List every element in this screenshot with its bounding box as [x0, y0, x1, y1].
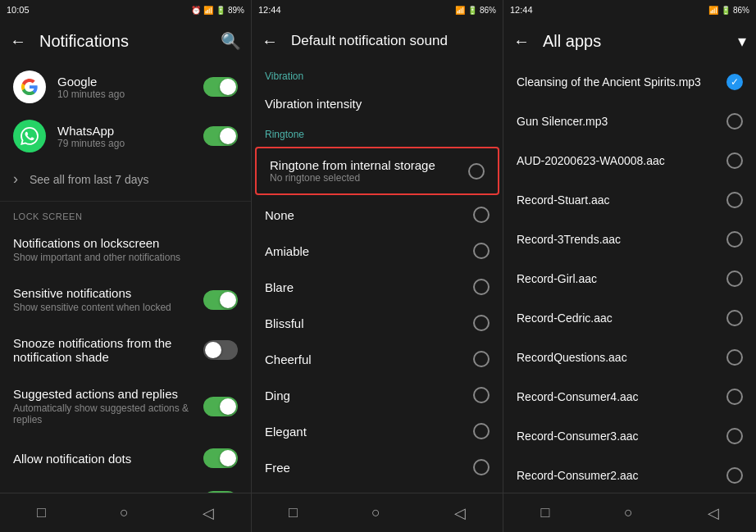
nav-triangle-mid[interactable]: ◁ — [435, 498, 485, 529]
all-apps-list: Cleansing of the Ancient Spirits.mp3 Gun… — [503, 62, 756, 493]
see-all-label: See all from last 7 days — [30, 173, 149, 186]
back-button-mid[interactable]: ← — [262, 32, 278, 51]
right-panel: 12:44 📶 🔋 86% ← All apps ▾ Cleansing of … — [503, 0, 756, 532]
back-button-left[interactable]: ← — [10, 32, 26, 51]
setting-blink-light[interactable]: Blink light — [0, 480, 251, 493]
ringtone-gallop[interactable]: Gallop — [252, 485, 503, 493]
radio-app-8[interactable] — [726, 389, 743, 405]
top-bar-left: ← Notifications 🔍 — [0, 20, 251, 62]
ringtone-none[interactable]: None — [252, 197, 503, 233]
ringtone-blissful[interactable]: Blissful — [252, 305, 503, 341]
status-icons-right: 📶 🔋 86% — [708, 6, 749, 15]
radio-app-10[interactable] — [726, 467, 743, 484]
toggle-blink-light[interactable] — [203, 491, 238, 493]
whatsapp-icon — [13, 120, 46, 152]
battery-icon-left: ⏰ — [191, 6, 201, 15]
status-bar-mid: 12:44 📶 🔋 86% — [252, 0, 503, 20]
radio-app-0[interactable] — [726, 74, 743, 90]
status-icons-mid: 📶 🔋 86% — [455, 6, 496, 15]
radio-elegant[interactable] — [473, 423, 490, 439]
app-row-10[interactable]: Record-Consumer2.aac — [503, 456, 756, 493]
ringtone-amiable[interactable]: Amiable — [252, 233, 503, 269]
nav-circle-left[interactable]: ○ — [100, 498, 148, 528]
ringtone-ding[interactable]: Ding — [252, 377, 503, 413]
radio-app-7[interactable] — [726, 349, 743, 366]
app-row-1[interactable]: Gun Silencer.mp3 — [503, 102, 756, 141]
search-icon-left[interactable]: 🔍 — [221, 31, 241, 51]
radio-app-3[interactable] — [726, 192, 743, 208]
app-row-9[interactable]: Record-Consumer3.aac — [503, 416, 756, 456]
nav-square-right[interactable]: □ — [521, 498, 569, 528]
see-all-row[interactable]: › See all from last 7 days — [0, 161, 251, 198]
signal-icon-right: 📶 — [708, 6, 718, 15]
app-row-0[interactable]: Cleansing of the Ancient Spirits.mp3 — [503, 62, 756, 102]
ringtone-list: Vibration Vibration intensity Ringtone R… — [252, 62, 503, 493]
notif-item-whatsapp[interactable]: WhatsApp 79 minutes ago — [0, 111, 251, 161]
nav-triangle-right[interactable]: ◁ — [688, 498, 739, 529]
status-bar-right: 12:44 📶 🔋 86% — [503, 0, 756, 20]
ringtone-elegant[interactable]: Elegant — [252, 413, 503, 449]
setting-snooze-notifications[interactable]: Snooze notifications from the notificati… — [0, 325, 251, 375]
toggle-google[interactable] — [203, 77, 238, 97]
wifi-icon-left: 🔋 — [216, 6, 225, 15]
notif-time-whatsapp: 79 minutes ago — [57, 138, 192, 149]
toggle-whatsapp[interactable] — [203, 126, 238, 146]
radio-internal-storage[interactable] — [468, 163, 485, 180]
radio-free[interactable] — [473, 459, 490, 475]
chevron-right-icon: › — [13, 171, 18, 188]
ringtone-cheerful[interactable]: Cheerful — [252, 341, 503, 377]
app-row-7[interactable]: RecordQuestions.aac — [503, 338, 756, 377]
toggle-sensitive[interactable] — [203, 290, 238, 310]
setting-notifications-lockscreen[interactable]: Notifications on lockscreen Show importa… — [0, 225, 251, 275]
toggle-snooze[interactable] — [203, 340, 238, 360]
page-title-right: All apps — [543, 32, 725, 51]
nav-circle-right[interactable]: ○ — [604, 498, 653, 528]
app-row-3[interactable]: Record-Stuart.aac — [503, 180, 756, 220]
ringtone-blare[interactable]: Blare — [252, 269, 503, 305]
left-panel: 10:05 ⏰ 📶 🔋 89% ← Notifications 🔍 Google… — [0, 0, 252, 532]
nav-circle-mid[interactable]: ○ — [352, 498, 400, 528]
nav-square-mid[interactable]: □ — [269, 498, 317, 528]
page-title-left: Notifications — [39, 32, 207, 51]
top-bar-mid: ← Default notification sound — [252, 20, 503, 62]
radio-cheerful[interactable] — [473, 351, 490, 367]
radio-app-6[interactable] — [726, 310, 743, 326]
notif-item-google[interactable]: Google 10 minutes ago — [0, 62, 251, 111]
radio-amiable[interactable] — [473, 243, 490, 259]
radio-none[interactable] — [473, 207, 490, 223]
top-bar-right: ← All apps ▾ — [503, 20, 756, 62]
radio-blissful[interactable] — [473, 315, 490, 331]
mid-panel: 12:44 📶 🔋 86% ← Default notification sou… — [252, 0, 503, 532]
toggle-suggested[interactable] — [203, 397, 238, 416]
vibration-intensity-row[interactable]: Vibration intensity — [252, 87, 503, 120]
ringtone-free[interactable]: Free — [252, 449, 503, 485]
nav-square-left[interactable]: □ — [17, 498, 66, 528]
radio-app-1[interactable] — [726, 113, 743, 130]
lock-screen-label: LOCK SCREEN — [0, 205, 251, 225]
setting-suggested-actions[interactable]: Suggested actions and replies Automatica… — [0, 375, 251, 437]
app-row-8[interactable]: Record-Consumer4.aac — [503, 377, 756, 416]
radio-app-2[interactable] — [726, 152, 743, 169]
radio-blare[interactable] — [473, 279, 490, 295]
app-row-4[interactable]: Record-3Trends.aac — [503, 220, 756, 259]
notif-name-whatsapp: WhatsApp — [57, 124, 192, 138]
status-bar-left: 10:05 ⏰ 📶 🔋 89% — [0, 0, 251, 20]
radio-app-9[interactable] — [726, 428, 743, 444]
radio-app-5[interactable] — [726, 271, 743, 287]
back-button-right[interactable]: ← — [513, 32, 530, 51]
notif-time-google: 10 minutes ago — [57, 89, 192, 100]
setting-allow-notification-dots[interactable]: Allow notification dots — [0, 437, 251, 480]
toggle-notif-dots[interactable] — [203, 448, 238, 468]
ringtone-from-internal-storage[interactable]: Ringtone from internal storage No ringto… — [255, 147, 499, 195]
dropdown-icon-right[interactable]: ▾ — [738, 31, 746, 51]
bottom-nav-right: □ ○ ◁ — [503, 493, 756, 532]
app-row-5[interactable]: Record-Girl.aac — [503, 259, 756, 298]
radio-app-4[interactable] — [726, 231, 743, 248]
nav-triangle-left[interactable]: ◁ — [183, 498, 234, 529]
bottom-nav-mid: □ ○ ◁ — [252, 493, 503, 532]
setting-sensitive-notifications[interactable]: Sensitive notifications Show sensitive c… — [0, 275, 251, 325]
app-row-6[interactable]: Record-Cedric.aac — [503, 298, 756, 338]
ringtone-section-title: Ringtone — [252, 120, 503, 145]
radio-ding[interactable] — [473, 387, 490, 403]
app-row-2[interactable]: AUD-20200623-WA0008.aac — [503, 141, 756, 180]
